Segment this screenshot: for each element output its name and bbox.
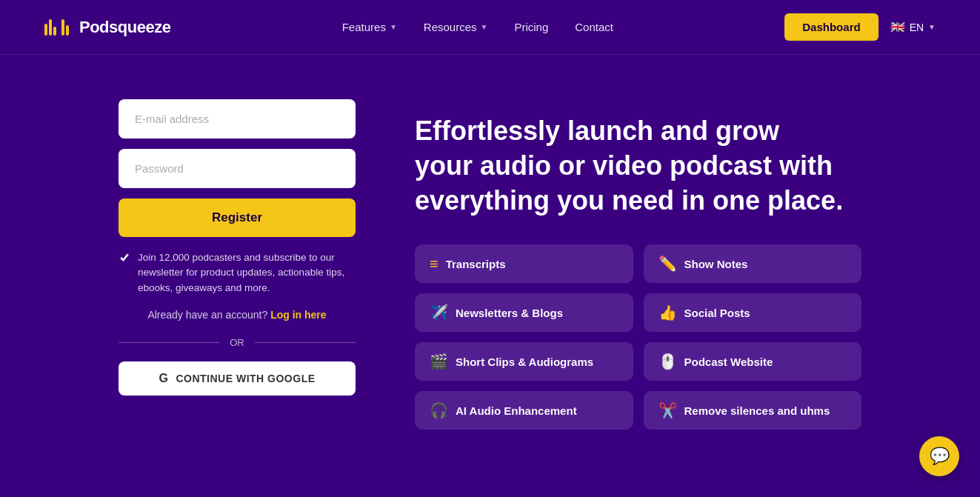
account-prompt: Already have an account? Log in here [119,309,356,321]
feature-badge[interactable]: 🎬Short Clips & Audiograms [415,342,633,381]
brand-name: Podsqueeze [79,18,170,37]
feature-icon: ✈️ [430,304,448,321]
form-section: Register Join 12,000 podcasters and subs… [119,99,356,396]
feature-label: AI Audio Enhancement [456,404,577,417]
chevron-down-icon: ▼ [390,23,397,31]
feature-label: Social Posts [684,307,750,319]
logo-bar-1 [44,24,47,36]
feature-label: Transcripts [446,258,506,270]
nav-contact[interactable]: Contact [575,21,613,33]
hero-section: Effortlessly launch and grow your audio … [415,99,861,430]
feature-badge[interactable]: ✈️Newsletters & Blogs [415,293,633,332]
flag-icon: 🇬🇧 [890,20,905,34]
nav-links: Features ▼ Resources ▼ Pricing Contact [342,21,613,33]
hero-title: Effortlessly launch and grow your audio … [415,114,844,218]
password-field[interactable] [119,149,356,188]
feature-badge[interactable]: 🖱️Podcast Website [644,342,862,381]
feature-icon: 🖱️ [659,353,677,370]
logo-bar-3 [53,27,56,36]
login-link[interactable]: Log in here [270,309,326,321]
feature-badge[interactable]: 🎧AI Audio Enhancement [415,391,633,430]
feature-icon: 🎧 [430,401,448,419]
feature-badge[interactable]: ✂️Remove silences and uhms [644,391,862,430]
feature-label: Show Notes [684,258,748,270]
chat-button[interactable]: 💬 [919,436,959,476]
chevron-down-icon: ▼ [481,23,488,31]
navbar: Podsqueeze Features ▼ Resources ▼ Pricin… [0,0,980,55]
nav-features[interactable]: Features ▼ [342,21,397,33]
email-field[interactable] [119,99,356,139]
feature-badge[interactable]: ≡Transcripts [415,244,633,283]
divider-line-left [119,342,219,343]
google-signin-button[interactable]: G CONTINUE WITH GOOGLE [119,361,356,396]
nav-pricing[interactable]: Pricing [514,21,548,33]
logo-bar-2 [49,19,52,36]
feature-icon: 🎬 [430,353,448,370]
chat-icon: 💬 [930,447,950,466]
feature-label: Remove silences and uhms [684,404,830,417]
logo[interactable]: Podsqueeze [44,18,170,37]
dashboard-button[interactable]: Dashboard [784,13,878,41]
feature-label: Short Clips & Audiograms [456,356,593,368]
newsletter-checkbox-area: Join 12,000 podcasters and subscribe to … [119,250,356,296]
feature-icon: 👍 [659,304,677,321]
or-divider: OR [119,337,356,348]
feature-badge[interactable]: ✏️Show Notes [644,244,862,283]
features-grid: ≡Transcripts✏️Show Notes✈️Newsletters & … [415,244,861,430]
logo-bar-5 [66,25,69,36]
language-selector[interactable]: 🇬🇧 EN ▼ [890,20,936,34]
newsletter-label: Join 12,000 podcasters and subscribe to … [138,250,356,296]
logo-icon [44,19,72,36]
feature-label: Newsletters & Blogs [456,307,563,319]
feature-icon: ≡ [430,256,439,273]
feature-icon: ✂️ [659,401,677,419]
feature-label: Podcast Website [684,356,773,368]
logo-bar-4 [61,19,64,36]
divider-line-right [255,342,356,343]
feature-icon: ✏️ [659,255,677,273]
newsletter-checkbox[interactable] [119,252,130,264]
feature-badge[interactable]: 👍Social Posts [644,293,862,332]
or-text: OR [230,337,244,348]
register-button[interactable]: Register [119,199,356,237]
google-icon: G [159,372,168,385]
chevron-down-icon: ▼ [928,23,936,31]
nav-resources[interactable]: Resources ▼ [424,21,488,33]
lang-code: EN [910,21,924,33]
main-content: Register Join 12,000 podcasters and subs… [0,55,980,474]
nav-right: Dashboard 🇬🇧 EN ▼ [784,13,936,41]
